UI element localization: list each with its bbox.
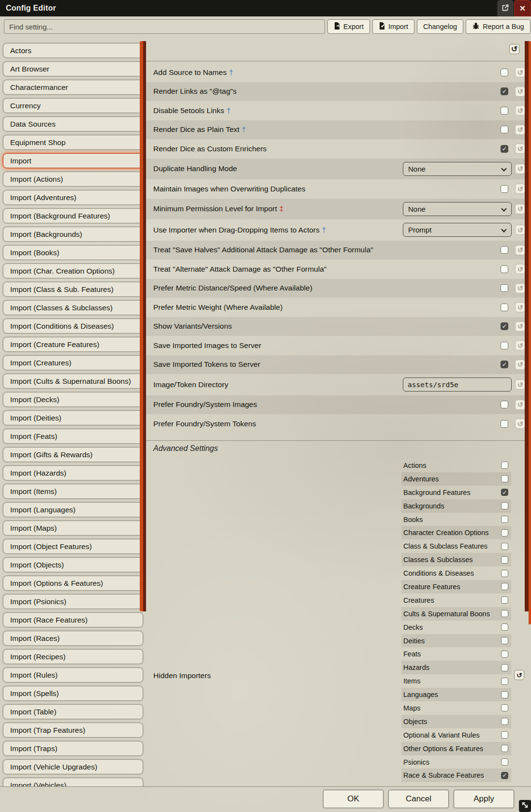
- sidebar-item[interactable]: Data Sources: [3, 116, 143, 131]
- row-reset-button[interactable]: ↺: [515, 105, 525, 116]
- row-reset-button[interactable]: ↺: [515, 204, 525, 214]
- sidebar-item[interactable]: Import (Creatures): [3, 355, 143, 370]
- sidebar-item[interactable]: Import (Background Features): [3, 208, 143, 223]
- sidebar-item[interactable]: Import (Char. Creation Options): [3, 263, 143, 278]
- sidebar-item[interactable]: Equipment Shop: [3, 135, 143, 150]
- row-reset-button[interactable]: ↺: [515, 264, 525, 274]
- row-reset-button[interactable]: ↺: [515, 67, 525, 77]
- setting-select[interactable]: None: [403, 202, 512, 216]
- hidden-importer-checkbox[interactable]: ✓: [501, 691, 508, 698]
- import-button[interactable]: Import: [372, 19, 414, 34]
- sidebar-item[interactable]: Import (Options & Features): [3, 576, 143, 591]
- sidebar-item[interactable]: Import (Backgrounds): [3, 227, 143, 242]
- hidden-importer-checkbox[interactable]: ✓: [501, 772, 508, 779]
- setting-checkbox[interactable]: ✓: [501, 126, 508, 133]
- row-reset-button[interactable]: ↺: [515, 87, 525, 97]
- export-button[interactable]: Export: [327, 19, 370, 34]
- row-reset-button[interactable]: ↺: [515, 379, 525, 390]
- setting-checkbox[interactable]: ✓: [501, 420, 508, 428]
- sidebar-item[interactable]: Import (Races): [3, 631, 143, 646]
- sidebar-item[interactable]: Import (Creature Features): [3, 337, 143, 352]
- hidden-importer-checkbox[interactable]: ✓: [501, 637, 508, 644]
- setting-checkbox[interactable]: ✓: [501, 304, 508, 311]
- search-input[interactable]: [4, 19, 325, 34]
- sidebar-item[interactable]: Import (Gifts & Rewards): [3, 447, 143, 462]
- row-reset-button[interactable]: ↺: [515, 302, 525, 312]
- apply-button[interactable]: Apply: [454, 790, 514, 808]
- sidebar-item[interactable]: Actors: [3, 43, 143, 58]
- hidden-importer-checkbox[interactable]: ✓: [501, 543, 508, 550]
- scrollbar-thumb[interactable]: [529, 41, 531, 624]
- sidebar-item[interactable]: Import (Hazards): [3, 465, 143, 480]
- setting-select[interactable]: Prompt: [403, 223, 512, 237]
- changelog-button[interactable]: Changelog: [417, 19, 463, 34]
- popout-button[interactable]: [497, 0, 514, 16]
- sidebar-item[interactable]: Art Browser: [3, 61, 143, 76]
- setting-checkbox[interactable]: ✓: [501, 361, 508, 368]
- sidebar-item[interactable]: Import (Deities): [3, 410, 143, 425]
- sidebar-item[interactable]: Import (Recipes): [3, 649, 143, 664]
- sidebar-item[interactable]: Import: [3, 153, 143, 168]
- hidden-importer-checkbox[interactable]: ✓: [501, 758, 508, 766]
- sidebar-item[interactable]: Import (Actions): [3, 172, 143, 187]
- row-reset-button[interactable]: ↺: [515, 245, 525, 255]
- sidebar-item[interactable]: Import (Conditions & Diseases): [3, 319, 143, 334]
- hidden-importer-checkbox[interactable]: ✓: [501, 678, 508, 685]
- sidebar-item[interactable]: Import (Books): [3, 245, 143, 260]
- hidden-importer-checkbox[interactable]: ✓: [501, 610, 508, 617]
- sidebar-item[interactable]: Import (Maps): [3, 521, 143, 536]
- hidden-importer-checkbox[interactable]: ✓: [501, 718, 508, 725]
- sidebar-item[interactable]: Import (Psionics): [3, 594, 143, 609]
- setting-checkbox[interactable]: ✓: [501, 322, 508, 330]
- sidebar-item[interactable]: Import (Object Features): [3, 539, 143, 554]
- cancel-button[interactable]: Cancel: [388, 790, 449, 808]
- hidden-importer-checkbox[interactable]: ✓: [501, 704, 508, 711]
- hidden-importer-checkbox[interactable]: ✓: [501, 596, 508, 604]
- sidebar-item[interactable]: Import (Languages): [3, 502, 143, 517]
- hidden-importer-checkbox[interactable]: ✓: [501, 651, 508, 658]
- report-bug-button[interactable]: Report a Bug: [466, 19, 530, 34]
- hidden-importer-checkbox[interactable]: ✓: [501, 489, 508, 496]
- sidebar-item[interactable]: Import (Feats): [3, 429, 143, 444]
- row-reset-button[interactable]: ↺: [515, 184, 525, 194]
- sidebar-item[interactable]: Import (Table): [3, 704, 143, 719]
- row-reset-button[interactable]: ↺: [515, 360, 525, 370]
- hidden-importer-checkbox[interactable]: ✓: [501, 731, 508, 739]
- tab-reset-button[interactable]: ↺: [509, 44, 519, 54]
- hidden-importer-checkbox[interactable]: ✓: [501, 664, 508, 671]
- row-reset-button[interactable]: ↺: [515, 144, 525, 154]
- ok-button[interactable]: OK: [323, 790, 384, 808]
- row-reset-button[interactable]: ↺: [515, 125, 525, 135]
- row-reset-button[interactable]: ↺: [515, 283, 525, 293]
- hidden-importer-checkbox[interactable]: ✓: [501, 516, 508, 523]
- hidden-importer-checkbox[interactable]: ✓: [501, 502, 508, 509]
- row-reset-button[interactable]: ↺: [515, 340, 525, 350]
- setting-checkbox[interactable]: ✓: [501, 265, 508, 273]
- hidden-importer-checkbox[interactable]: ✓: [501, 462, 508, 469]
- sidebar-item[interactable]: Import (Adventures): [3, 190, 143, 205]
- hidden-importer-checkbox[interactable]: ✓: [501, 624, 508, 631]
- setting-select[interactable]: None: [403, 162, 512, 176]
- row-reset-button[interactable]: ↺: [515, 419, 525, 429]
- hidden-importer-checkbox[interactable]: ✓: [501, 583, 508, 590]
- hidden-importer-checkbox[interactable]: ✓: [501, 556, 508, 564]
- hidden-importer-checkbox[interactable]: ✓: [501, 745, 508, 752]
- hidden-importer-checkbox[interactable]: ✓: [501, 529, 508, 536]
- row-reset-button[interactable]: ↺: [515, 164, 525, 174]
- hidden-importers-reset-button[interactable]: ↺: [514, 670, 524, 680]
- hidden-importer-checkbox[interactable]: ✓: [501, 570, 508, 577]
- sidebar-item[interactable]: Import (Items): [3, 484, 143, 499]
- hidden-importer-checkbox[interactable]: ✓: [501, 475, 508, 482]
- setting-text-input[interactable]: assets/srd5e: [403, 377, 512, 392]
- setting-checkbox[interactable]: ✓: [501, 401, 508, 408]
- setting-checkbox[interactable]: ✓: [501, 69, 508, 76]
- sidebar-item[interactable]: Import (Race Features): [3, 612, 143, 627]
- sidebar-item[interactable]: Import (Decks): [3, 392, 143, 407]
- sidebar-item[interactable]: Import (Classes & Subclasses): [3, 300, 143, 315]
- sidebar-item[interactable]: Import (Rules): [3, 667, 143, 682]
- setting-checkbox[interactable]: ✓: [501, 87, 508, 95]
- setting-checkbox[interactable]: ✓: [501, 107, 508, 115]
- sidebar-item[interactable]: Import (Objects): [3, 557, 143, 572]
- row-reset-button[interactable]: ↺: [515, 321, 525, 332]
- resize-handle[interactable]: [519, 800, 531, 812]
